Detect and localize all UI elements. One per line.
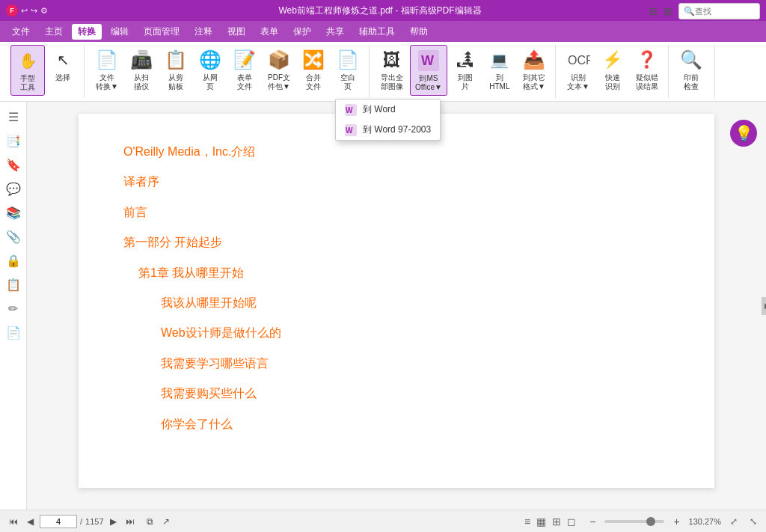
sidebar-icon-page[interactable]: 📄: [4, 323, 22, 341]
menu-tools[interactable]: 辅助工具: [353, 24, 401, 40]
page-separator: /: [80, 517, 82, 526]
menu-protect[interactable]: 保护: [287, 24, 317, 40]
to-word-97-item[interactable]: W 到 Word 97-2003: [336, 120, 440, 140]
merge-button[interactable]: 🔀 合并文件: [297, 45, 330, 96]
ocr-error-button[interactable]: ❓ 疑似错误结果: [631, 45, 664, 96]
undo-button[interactable]: ↩: [21, 6, 28, 16]
ribbon-right-controls: ⊟ ⊞ 🔍: [649, 3, 760, 19]
svg-text:W: W: [346, 106, 353, 114]
ocr-text-button[interactable]: OCR 识别文本▼: [562, 45, 595, 96]
content-line-2: 前言: [123, 204, 670, 221]
svg-text:W: W: [421, 53, 434, 68]
to-html-button[interactable]: 💻 到HTML: [483, 45, 516, 96]
ribbon: ✋ 手型工具 ↖ 选择 📄 文件转换▼ 📠 从扫描仪 📋 从剪贴板: [0, 42, 766, 102]
menu-view[interactable]: 视图: [221, 24, 251, 40]
to-image-button[interactable]: 🏞 到图片: [449, 45, 482, 96]
to-other-icon: 📤: [522, 48, 546, 72]
prepress-check-button[interactable]: 🔍 印前检查: [675, 45, 708, 96]
status-bar: ⏮ ◀ / 1157 ▶ ⏭ ⧉ ↗ ≡ ▦ ⊞ ◻ − + 130.27% ⤢…: [0, 510, 766, 532]
to-word-item[interactable]: W 到 Word: [336, 100, 440, 120]
menu-edit[interactable]: 编辑: [105, 24, 135, 40]
ribbon-group-ocr: OCR 识别文本▼ ⚡ 快速识别 ❓ 疑似错误结果: [557, 45, 669, 98]
blank-page-button[interactable]: 📄 空白页: [331, 45, 364, 96]
menu-home[interactable]: 主页: [39, 24, 69, 40]
prepress-check-icon: 🔍: [679, 48, 703, 72]
export-images-label: 导出全部图像: [381, 73, 403, 91]
content-line-1: 译者序: [123, 174, 670, 190]
status-right: ≡ ▦ ⊞ ◻ − + 130.27% ⤢ ⤡: [523, 514, 760, 529]
copy-button[interactable]: ⧉: [144, 515, 156, 528]
sidebar-icon-clipboard2[interactable]: 📋: [4, 275, 22, 293]
ribbon-group-handtool: ✋ 手型工具 ↖ 选择: [6, 45, 85, 98]
sidebar-icon-security[interactable]: 🔒: [4, 251, 22, 269]
page-navigation: ⏮ ◀ / 1157 ▶ ⏭ ⧉ ↗: [6, 515, 173, 528]
sidebar-icon-bookmark[interactable]: 🔖: [4, 156, 22, 174]
view-double-button[interactable]: ▦: [535, 514, 548, 529]
hint-button[interactable]: 💡: [730, 120, 757, 147]
menu-annotate[interactable]: 注释: [189, 24, 218, 40]
fit-width-button[interactable]: ⤢: [727, 515, 741, 528]
prev-page-button[interactable]: ◀: [24, 515, 37, 528]
to-other-label: 到其它格式▼: [523, 73, 545, 91]
menu-help[interactable]: 帮助: [404, 24, 434, 40]
sidebar-icon-sign[interactable]: ✏: [4, 299, 22, 317]
sidebar-icon-attach[interactable]: 📎: [4, 227, 22, 245]
app-icon: F: [6, 4, 18, 16]
sidebar-icon-nav[interactable]: ☰: [4, 108, 22, 126]
quick-ocr-button[interactable]: ⚡ 快速识别: [596, 45, 629, 96]
redo-button[interactable]: ↪: [31, 6, 37, 16]
zoom-out-button[interactable]: −: [589, 516, 595, 528]
form-button[interactable]: 📝 表单文件: [228, 45, 261, 96]
quick-ocr-label: 快速识别: [605, 73, 620, 91]
zoom-thumb[interactable]: [646, 517, 655, 526]
file-convert-label: 文件转换▼: [96, 73, 118, 91]
search-input[interactable]: [695, 7, 755, 16]
hand-tool-button[interactable]: ✋ 手型工具: [10, 45, 45, 96]
search-box[interactable]: 🔍: [678, 3, 760, 19]
view-single-button[interactable]: ≡: [523, 514, 532, 529]
to-other-button[interactable]: 📤 到其它格式▼: [518, 45, 551, 96]
view-scroll-button[interactable]: ◻: [566, 514, 577, 529]
to-ms-office-button[interactable]: W 到MSOffice▼: [410, 45, 447, 96]
export-images-button[interactable]: 🖼 导出全部图像: [376, 45, 408, 96]
select-icon: ↖: [51, 48, 75, 72]
hand-icon: ✋: [16, 49, 40, 73]
layout-icon[interactable]: ⊟: [649, 5, 658, 17]
menu-file[interactable]: 文件: [6, 24, 36, 40]
webpage-button[interactable]: 🌐 从网页: [194, 45, 227, 96]
zoom-slider[interactable]: [604, 520, 664, 523]
clipboard-button[interactable]: 📋 从剪贴板: [159, 45, 192, 96]
prev-page-start-button[interactable]: ⏮: [6, 515, 21, 528]
layout-icon2[interactable]: ⊞: [664, 5, 672, 17]
blank-page-label: 空白页: [340, 73, 355, 91]
content-line-5: 我该从哪里开始呢: [123, 295, 670, 311]
menu-page-manage[interactable]: 页面管理: [138, 24, 186, 40]
view-grid-button[interactable]: ⊞: [551, 514, 563, 529]
form-icon: 📝: [233, 48, 257, 72]
sidebar-icon-comment[interactable]: 💬: [4, 180, 22, 198]
sidebar-icon-layers[interactable]: 📚: [4, 204, 22, 221]
menu-form[interactable]: 表单: [254, 24, 284, 40]
sidebar-icon-pages[interactable]: 📑: [4, 132, 22, 150]
ms-office-label: 到MSOffice▼: [415, 74, 442, 92]
settings-button[interactable]: ⚙: [40, 6, 48, 16]
export-status-button[interactable]: ↗: [159, 515, 173, 528]
ribbon-group-prepress: 🔍 印前检查: [670, 45, 715, 98]
ocr-error-label: 疑似错误结果: [636, 73, 658, 91]
menu-convert[interactable]: 转换: [72, 24, 102, 40]
ocr-text-icon: OCR: [566, 48, 590, 72]
next-page-end-button[interactable]: ⏭: [123, 515, 138, 528]
menu-share[interactable]: 共享: [320, 24, 350, 40]
scan-button[interactable]: 📠 从扫描仪: [125, 45, 158, 96]
zoom-in-button[interactable]: +: [673, 516, 679, 528]
collapse-panel-button[interactable]: ▶: [762, 297, 766, 315]
file-convert-button[interactable]: 📄 文件转换▼: [91, 45, 123, 96]
title-bar-left: F ↩ ↪ ⚙: [6, 4, 48, 16]
select-button[interactable]: ↖ 选择: [46, 45, 79, 96]
scan-label: 从扫描仪: [134, 73, 149, 91]
pdf-package-button[interactable]: 📦 PDF文件包▼: [263, 45, 295, 96]
page-number-input[interactable]: [40, 515, 77, 528]
to-html-icon: 💻: [488, 48, 512, 72]
next-page-button[interactable]: ▶: [107, 515, 120, 528]
fit-page-button[interactable]: ⤡: [747, 515, 760, 528]
